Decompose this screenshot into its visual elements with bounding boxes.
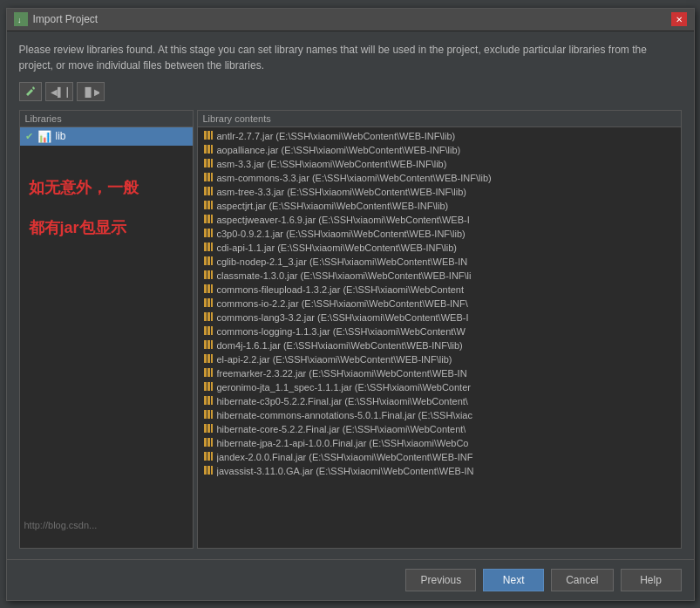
jar-icon bbox=[203, 200, 214, 212]
svg-rect-18 bbox=[211, 187, 213, 195]
svg-rect-71 bbox=[207, 438, 210, 447]
svg-rect-20 bbox=[207, 201, 210, 209]
list-item: aspectjrt.jar (E:\SSH\xiaomi\WebContent\… bbox=[198, 199, 681, 213]
jar-icon bbox=[203, 172, 214, 184]
svg-rect-32 bbox=[207, 256, 210, 265]
jar-icon bbox=[203, 256, 214, 268]
svg-rect-47 bbox=[207, 326, 210, 335]
svg-rect-22 bbox=[204, 215, 207, 223]
svg-rect-44 bbox=[207, 312, 210, 321]
svg-rect-10 bbox=[204, 159, 207, 167]
svg-rect-8 bbox=[207, 145, 210, 154]
dialog: ↓ Import Project ✕ Please review librari… bbox=[6, 8, 695, 601]
svg-text:◀▌▐▶: ◀▌▐▶ bbox=[51, 86, 68, 98]
list-item: commons-fileupload-1.3.2.jar (E:\SSH\xia… bbox=[198, 283, 681, 297]
jar-icon bbox=[203, 423, 214, 435]
svg-rect-42 bbox=[211, 298, 213, 307]
annotation-line2: 都有jar包显示 bbox=[29, 212, 184, 243]
svg-rect-6 bbox=[211, 131, 213, 140]
svg-rect-54 bbox=[211, 354, 213, 363]
svg-rect-34 bbox=[204, 270, 207, 279]
jar-icon bbox=[203, 465, 214, 477]
svg-rect-7 bbox=[204, 145, 207, 154]
title-bar: ↓ Import Project ✕ bbox=[7, 9, 694, 31]
close-button[interactable]: ✕ bbox=[671, 12, 687, 26]
jar-icon bbox=[203, 242, 214, 254]
svg-rect-49 bbox=[204, 340, 207, 349]
svg-rect-65 bbox=[207, 410, 210, 419]
description-text: Please review libraries found. At this s… bbox=[19, 42, 682, 73]
svg-rect-43 bbox=[204, 312, 207, 321]
libraries-header: Libraries bbox=[20, 111, 193, 127]
jar-icon bbox=[203, 284, 214, 296]
svg-rect-59 bbox=[207, 382, 210, 391]
contents-panel: Library contents antlr-2.7.7.jar (E:\SSH… bbox=[197, 110, 682, 549]
svg-rect-55 bbox=[204, 368, 207, 377]
svg-rect-78 bbox=[211, 466, 213, 475]
jar-icon bbox=[203, 158, 214, 170]
jar-icon bbox=[203, 214, 214, 226]
watermark: http://blog.csdn... bbox=[24, 520, 98, 530]
svg-rect-69 bbox=[211, 424, 213, 433]
svg-rect-48 bbox=[211, 326, 213, 335]
list-item: hibernate-core-5.2.2.Final.jar (E:\SSH\x… bbox=[198, 422, 681, 436]
svg-rect-33 bbox=[211, 256, 213, 265]
svg-rect-9 bbox=[211, 145, 213, 154]
window-icon: ↓ bbox=[14, 12, 28, 26]
svg-rect-35 bbox=[207, 270, 210, 279]
list-item: classmate-1.3.0.jar (E:\SSH\xiaomi\WebCo… bbox=[198, 269, 681, 283]
svg-rect-60 bbox=[211, 382, 213, 391]
svg-rect-31 bbox=[204, 256, 207, 265]
svg-rect-27 bbox=[211, 229, 213, 237]
svg-rect-45 bbox=[211, 312, 213, 321]
svg-rect-64 bbox=[204, 410, 207, 419]
svg-rect-30 bbox=[211, 243, 213, 251]
list-item: commons-logging-1.1.3.jar (E:\SSH\xiaomi… bbox=[198, 324, 681, 338]
svg-rect-15 bbox=[211, 173, 213, 181]
svg-rect-23 bbox=[207, 215, 210, 223]
list-item: el-api-2.2.jar (E:\SSH\xiaomi\WebContent… bbox=[198, 352, 681, 366]
contents-list[interactable]: antlr-2.7.7.jar (E:\SSH\xiaomi\WebConten… bbox=[198, 127, 681, 548]
footer: Previous Next Cancel Help bbox=[7, 559, 694, 600]
list-item: commons-lang3-3.2.jar (E:\SSH\xiaomi\Web… bbox=[198, 311, 681, 324]
next-button[interactable]: Next bbox=[483, 569, 544, 591]
help-button[interactable]: Help bbox=[621, 569, 682, 591]
list-item: asm-commons-3.3.jar (E:\SSH\xiaomi\WebCo… bbox=[198, 171, 681, 185]
svg-rect-58 bbox=[204, 382, 207, 391]
edit-button[interactable] bbox=[19, 82, 42, 101]
svg-rect-13 bbox=[204, 173, 207, 181]
svg-rect-75 bbox=[211, 452, 213, 461]
svg-text:▐▌▶▶: ▐▌▶▶ bbox=[82, 86, 99, 98]
library-item[interactable]: ✔ 📊 lib bbox=[20, 127, 193, 146]
svg-rect-57 bbox=[211, 368, 213, 377]
svg-rect-28 bbox=[204, 243, 207, 251]
list-item: dom4j-1.6.1.jar (E:\SSH\xiaomi\WebConten… bbox=[198, 338, 681, 352]
svg-rect-16 bbox=[204, 187, 207, 195]
svg-rect-25 bbox=[204, 229, 207, 237]
svg-rect-26 bbox=[207, 229, 210, 237]
list-item: antlr-2.7.7.jar (E:\SSH\xiaomi\WebConten… bbox=[198, 129, 681, 143]
list-item: asm-3.3.jar (E:\SSH\xiaomi\WebContent\WE… bbox=[198, 157, 681, 171]
move-left-right-button[interactable]: ◀▌▐▶ bbox=[45, 82, 73, 101]
svg-rect-52 bbox=[204, 354, 207, 363]
list-item: cglib-nodep-2.1_3.jar (E:\SSH\xiaomi\Web… bbox=[198, 255, 681, 269]
svg-rect-77 bbox=[207, 466, 210, 475]
svg-rect-56 bbox=[207, 368, 210, 377]
expand-button[interactable]: ▐▌▶▶ bbox=[77, 82, 105, 101]
svg-rect-62 bbox=[207, 396, 210, 405]
svg-rect-40 bbox=[204, 298, 207, 307]
svg-rect-17 bbox=[207, 187, 210, 195]
previous-button[interactable]: Previous bbox=[405, 569, 476, 591]
list-item: geronimo-jta_1.1_spec-1.1.1.jar (E:\SSH\… bbox=[198, 380, 681, 394]
list-item: commons-io-2.2.jar (E:\SSH\xiaomi\WebCon… bbox=[198, 297, 681, 311]
jar-icon bbox=[203, 144, 214, 156]
svg-rect-36 bbox=[211, 270, 213, 279]
svg-rect-68 bbox=[207, 424, 210, 433]
list-item: javassist-3.11.0.GA.jar (E:\SSH\xiaomi\W… bbox=[198, 464, 681, 478]
svg-rect-67 bbox=[204, 424, 207, 433]
svg-rect-19 bbox=[204, 201, 207, 209]
svg-rect-50 bbox=[207, 340, 210, 349]
svg-rect-63 bbox=[211, 396, 213, 405]
cancel-button[interactable]: Cancel bbox=[551, 569, 613, 591]
list-item: aspectjweaver-1.6.9.jar (E:\SSH\xiaomi\W… bbox=[198, 213, 681, 227]
